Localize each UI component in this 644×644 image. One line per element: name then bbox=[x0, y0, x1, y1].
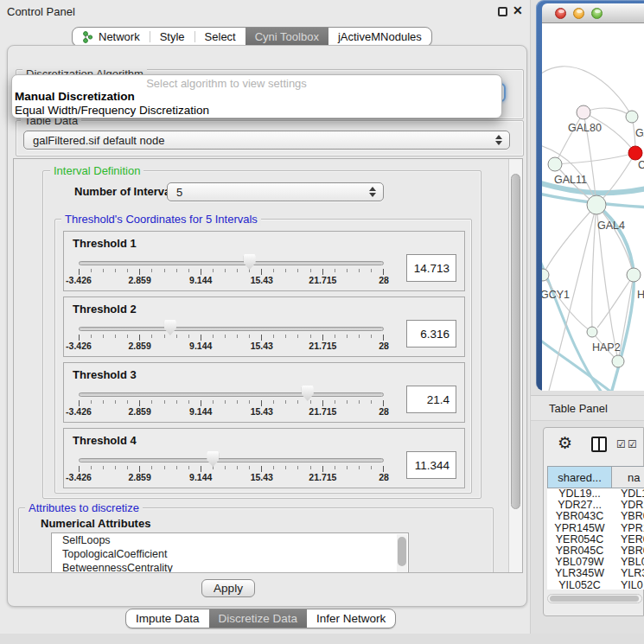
network-canvas[interactable]: GAL80 GA C GAL11 GAL4 GCY1 H HAP2 bbox=[542, 23, 644, 391]
gear-icon[interactable]: ⚙ bbox=[558, 435, 572, 451]
threshold-1-value[interactable]: 14.713 bbox=[406, 254, 456, 282]
thresholds-group-title: Threshold's Coordinates for 5 Intervals bbox=[61, 213, 261, 226]
column-header-shared[interactable]: shared... bbox=[547, 466, 612, 488]
column-header-name[interactable]: na bbox=[612, 466, 644, 488]
table-row[interactable]: YIL052CYIL0 bbox=[547, 580, 644, 590]
tab-label: Infer Network bbox=[316, 612, 386, 625]
split-view-icon[interactable] bbox=[591, 437, 607, 452]
mac-zoom-icon[interactable] bbox=[591, 8, 603, 19]
slider-ticks bbox=[79, 400, 384, 406]
numerical-attributes-label: Numerical Attributes bbox=[41, 517, 150, 530]
slider-tick-labels: -3.4262.859 9.14415.43 21.71528 bbox=[79, 341, 384, 351]
threshold-3-slider[interactable] bbox=[79, 392, 384, 397]
scrollbar-thumb[interactable] bbox=[511, 174, 520, 509]
threshold-4-label: Threshold 4 bbox=[73, 434, 137, 447]
chevron-up-down-icon bbox=[369, 187, 376, 197]
table-row[interactable]: YPR145WYPR1 bbox=[547, 523, 644, 534]
network-icon bbox=[82, 31, 93, 43]
node-label: GA bbox=[635, 127, 644, 139]
table-panel-header: Table Panel bbox=[531, 395, 644, 421]
slider-handle[interactable] bbox=[164, 320, 176, 335]
threshold-3-value[interactable]: 21.4 bbox=[406, 386, 456, 413]
node-gal80[interactable] bbox=[577, 105, 590, 119]
threshold-1-label: Threshold 1 bbox=[73, 237, 137, 250]
tab-impute-data[interactable]: Impute Data bbox=[126, 609, 209, 628]
slider-tick-labels: -3.4262.859 9.14415.43 21.71528 bbox=[79, 472, 384, 482]
algorithm-dropdown: Select algorithm to view settings Manual… bbox=[11, 74, 502, 118]
dropdown-hint: Select algorithm to view settings bbox=[12, 77, 441, 90]
control-panel-tabs: Network Style Select Cyni Toolbox jActiv… bbox=[72, 27, 432, 47]
threshold-2-label: Threshold 2 bbox=[73, 303, 137, 316]
numerical-attributes-list[interactable]: SelfLoops TopologicalCoefficient Between… bbox=[51, 532, 409, 573]
threshold-3-panel: Threshold 3 -3.4262.859 9.14415.43 21.71… bbox=[63, 362, 465, 423]
tab-network[interactable]: Network bbox=[73, 28, 150, 46]
slider-handle[interactable] bbox=[207, 451, 219, 467]
number-of-intervals-combobox[interactable]: 5 bbox=[167, 182, 384, 201]
apply-button[interactable]: Apply bbox=[201, 579, 255, 597]
threshold-4-value[interactable]: 11.344 bbox=[406, 451, 456, 479]
threshold-2-slider[interactable] bbox=[79, 327, 384, 331]
threshold-1-slider[interactable] bbox=[79, 261, 384, 265]
node-label: C bbox=[638, 159, 644, 171]
threshold-4-slider[interactable] bbox=[79, 458, 384, 462]
settings-scroll-area: Interval Definition Number of Intervals … bbox=[13, 158, 523, 573]
attributes-group-title: Attributes to discretize bbox=[25, 501, 143, 514]
tab-infer-network[interactable]: Infer Network bbox=[307, 609, 395, 628]
table-row[interactable]: YER054CYER0 bbox=[547, 534, 644, 545]
node-selected-red[interactable] bbox=[628, 146, 642, 160]
table-row[interactable]: YLR345WYLR3 bbox=[547, 568, 644, 579]
chevron-up-down-icon bbox=[495, 135, 502, 145]
table-row[interactable]: YBR043CYBR0 bbox=[547, 511, 644, 522]
node[interactable] bbox=[612, 355, 624, 367]
node-gal4[interactable] bbox=[587, 195, 606, 214]
node-label: H bbox=[637, 289, 644, 301]
cyni-mode-tabs: Impute Data Discretize Data Infer Networ… bbox=[125, 609, 396, 628]
node-table: ⚙ ☑ ☑ shared... na YDL19...YDL1 YDR27...… bbox=[543, 427, 644, 616]
threshold-2-value[interactable]: 6.316 bbox=[406, 320, 456, 348]
slider-handle[interactable] bbox=[302, 386, 314, 401]
mac-minimize-icon[interactable] bbox=[573, 8, 584, 19]
dropdown-option-equal-width-frequency[interactable]: Equal Width/Frequency Discretization bbox=[15, 104, 209, 117]
table-data-combobox[interactable]: galFiltered.sif default node bbox=[23, 131, 510, 150]
mac-close-icon[interactable] bbox=[555, 8, 566, 19]
slider-handle[interactable] bbox=[244, 254, 256, 270]
list-item[interactable]: SelfLoops bbox=[52, 533, 408, 547]
dropdown-option-manual-discretization[interactable]: Manual Discretization bbox=[15, 90, 135, 103]
threshold-1-panel: Threshold 1 -3.4262.859 9.14415.43 21.71… bbox=[63, 231, 465, 291]
node-label: GAL11 bbox=[554, 174, 587, 186]
node[interactable] bbox=[626, 111, 638, 123]
tab-discretize-data[interactable]: Discretize Data bbox=[209, 609, 308, 628]
node-gal11[interactable] bbox=[548, 157, 562, 171]
slider-ticks bbox=[79, 269, 384, 275]
threshold-3-label: Threshold 3 bbox=[73, 368, 137, 381]
tab-label: Impute Data bbox=[136, 612, 200, 625]
close-icon[interactable]: ✕ bbox=[513, 3, 523, 17]
tab-jactivemnodules[interactable]: jActiveMNodules bbox=[328, 28, 431, 46]
tab-cyni-toolbox[interactable]: Cyni Toolbox bbox=[245, 28, 328, 46]
checkbox-icon[interactable]: ☑ bbox=[616, 438, 626, 450]
tab-label: Discretize Data bbox=[219, 612, 298, 625]
node[interactable] bbox=[627, 268, 641, 282]
network-window-titlebar[interactable] bbox=[542, 3, 644, 23]
table-panel-title: Table Panel bbox=[549, 402, 608, 415]
table-body[interactable]: YDL19...YDL1 YDR27...YDR2 YBR043CYBR0 YP… bbox=[547, 488, 644, 590]
slider-ticks bbox=[79, 335, 384, 341]
number-of-intervals-label: Number of Intervals bbox=[74, 185, 180, 198]
float-window-icon[interactable] bbox=[498, 7, 507, 16]
tab-label: jActiveMNodules bbox=[338, 30, 422, 43]
tab-style[interactable]: Style bbox=[150, 28, 194, 46]
list-item[interactable]: BetweennessCentrality bbox=[52, 561, 408, 573]
settings-scrollbar[interactable] bbox=[508, 159, 522, 572]
checkbox-icon[interactable]: ☑ bbox=[628, 438, 637, 450]
node-hap2[interactable] bbox=[587, 327, 597, 337]
desktop-background bbox=[0, 634, 644, 644]
tab-select[interactable]: Select bbox=[195, 28, 245, 46]
number-of-intervals-value: 5 bbox=[176, 186, 182, 199]
slider-ticks bbox=[79, 466, 384, 472]
window-title: Control Panel bbox=[7, 5, 75, 18]
table-horizontal-scrollbar[interactable] bbox=[547, 594, 642, 603]
table-data-value: galFiltered.sif default node bbox=[33, 134, 164, 147]
list-item[interactable]: TopologicalCoefficient bbox=[52, 547, 408, 561]
list-scrollbar[interactable] bbox=[397, 534, 407, 572]
node-label: HAP2 bbox=[592, 341, 621, 354]
